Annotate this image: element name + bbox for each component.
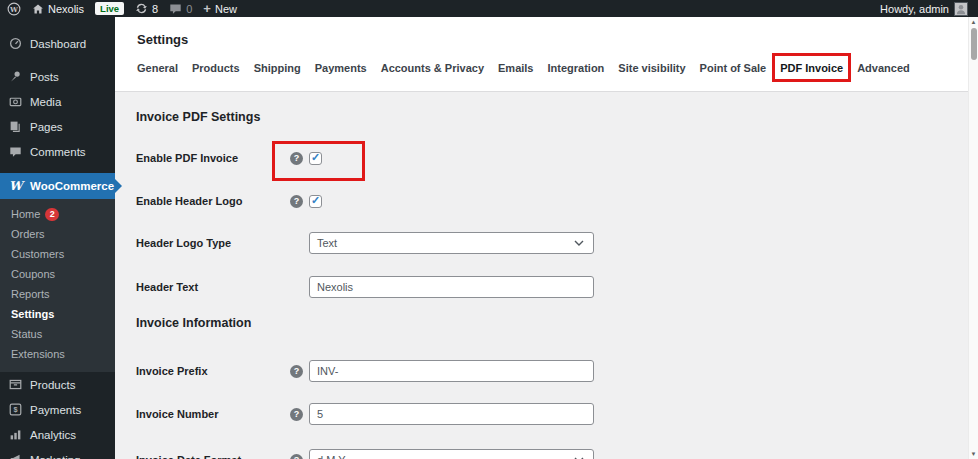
tab-pdf-invoice[interactable]: PDF Invoice <box>780 62 843 74</box>
plus-icon: + <box>203 2 211 15</box>
check-icon: ✓ <box>311 195 320 206</box>
scroll-down-arrow[interactable]: ▼ <box>969 449 978 459</box>
sidebar-item-label: Marketing <box>30 454 81 459</box>
tab-site-visibility[interactable]: Site visibility <box>618 62 685 74</box>
submenu-item-orders[interactable]: Orders <box>0 224 115 244</box>
enable-header-logo-checkbox[interactable]: ✓ <box>309 195 322 208</box>
woocommerce-icon: W <box>9 179 22 193</box>
submenu-item-extensions[interactable]: Extensions <box>0 344 115 364</box>
payments-icon: $ <box>9 403 22 416</box>
submenu-label: Settings <box>11 304 54 324</box>
sidebar-item-comments[interactable]: Comments <box>0 139 115 164</box>
submenu-label: Extensions <box>11 344 65 364</box>
tab-shipping[interactable]: Shipping <box>254 62 301 74</box>
comments-menu[interactable]: 0 <box>169 0 192 17</box>
home-icon <box>32 3 44 15</box>
sidebar-item-payments[interactable]: $ Payments <box>0 397 115 422</box>
submenu-item-status[interactable]: Status <box>0 324 115 344</box>
howdy-text: Howdy, admin <box>880 3 949 15</box>
field-label: Enable PDF Invoice <box>136 152 290 164</box>
updates-icon <box>135 2 148 15</box>
sidebar-item-pages[interactable]: Pages <box>0 114 115 139</box>
help-icon[interactable]: ? <box>290 195 303 208</box>
menu-separator <box>0 56 115 64</box>
help-icon[interactable]: ? <box>290 152 303 165</box>
sidebar-item-marketing[interactable]: Marketing <box>0 447 115 459</box>
pushpin-icon <box>9 70 22 83</box>
user-silhouette-icon <box>955 3 967 15</box>
field-label: Header Text <box>136 281 290 293</box>
live-badge: Live <box>95 2 124 15</box>
row-enable-header-logo: Enable Header Logo ? ✓ <box>136 190 978 212</box>
notification-badge: 2 <box>45 208 59 221</box>
invoice-prefix-input[interactable] <box>309 360 594 382</box>
sidebar-item-products[interactable]: Products <box>0 372 115 397</box>
sidebar-item-label: Posts <box>30 71 59 83</box>
help-icon[interactable]: ? <box>290 408 303 421</box>
tab-label: PDF Invoice <box>780 62 843 74</box>
updates-menu[interactable]: 8 <box>135 0 158 17</box>
field-label: Invoice Date Format <box>136 454 290 459</box>
scroll-thumb[interactable] <box>971 28 977 60</box>
settings-form: Invoice PDF Settings Enable PDF Invoice … <box>115 92 978 459</box>
sidebar-item-label: Comments <box>30 146 86 158</box>
submenu-item-coupons[interactable]: Coupons <box>0 264 115 284</box>
header-text-input[interactable] <box>309 276 594 298</box>
tab-payments[interactable]: Payments <box>315 62 367 74</box>
help-icon[interactable]: ? <box>290 365 303 378</box>
submenu-item-reports[interactable]: Reports <box>0 284 115 304</box>
svg-text:$: $ <box>13 405 17 414</box>
tab-emails[interactable]: Emails <box>498 62 533 74</box>
marketing-icon <box>9 453 22 459</box>
sidebar-item-posts[interactable]: Posts <box>0 64 115 89</box>
tab-accounts-privacy[interactable]: Accounts & Privacy <box>381 62 484 74</box>
page-title: Settings <box>137 32 978 47</box>
new-content-menu[interactable]: + New <box>203 0 237 17</box>
scroll-up-arrow[interactable]: ▲ <box>969 17 978 27</box>
tab-point-of-sale[interactable]: Point of Sale <box>700 62 767 74</box>
help-icon[interactable]: ? <box>290 454 303 459</box>
invoice-date-format-select[interactable]: d M Y <box>309 449 594 459</box>
invoice-number-input[interactable] <box>309 403 594 425</box>
tab-general[interactable]: General <box>137 62 178 74</box>
main-content: Settings General Products Shipping Payme… <box>115 17 978 459</box>
chevron-down-icon <box>574 240 584 246</box>
sidebar-item-analytics[interactable]: Analytics <box>0 422 115 447</box>
current-menu-arrow <box>115 179 122 193</box>
sidebar-item-label: Pages <box>30 121 63 133</box>
select-value: Text <box>317 237 337 249</box>
account-menu[interactable]: Howdy, admin <box>880 2 968 16</box>
tab-integration[interactable]: Integration <box>547 62 604 74</box>
wp-logo-menu[interactable]: W <box>7 0 21 17</box>
row-invoice-prefix: Invoice Prefix ? <box>136 360 978 382</box>
sidebar-item-media[interactable]: Media <box>0 89 115 114</box>
row-header-logo-type: Header Logo Type Text <box>136 232 978 254</box>
products-icon <box>9 378 22 391</box>
enable-pdf-invoice-checkbox[interactable]: ✓ <box>309 152 322 165</box>
row-enable-pdf-invoice: Enable PDF Invoice ? ✓ <box>136 147 978 169</box>
submenu-item-customers[interactable]: Customers <box>0 244 115 264</box>
admin-bar: W Nexolis Live 8 0 + New <box>0 0 978 17</box>
submenu-item-home[interactable]: Home 2 <box>0 204 115 224</box>
row-invoice-date-format: Invoice Date Format ? d M Y <box>136 449 978 459</box>
site-name-menu[interactable]: Nexolis <box>32 0 84 17</box>
field-label: Invoice Prefix <box>136 365 290 377</box>
header-logo-type-select[interactable]: Text <box>309 232 594 254</box>
wordpress-logo-icon: W <box>7 2 21 16</box>
tab-advanced[interactable]: Advanced <box>857 62 910 74</box>
sidebar-item-woocommerce[interactable]: W WooCommerce <box>0 173 115 199</box>
scrollbar[interactable]: ▲ ▼ <box>968 17 978 459</box>
sidebar-item-dashboard[interactable]: Dashboard <box>0 31 115 56</box>
row-invoice-number: Invoice Number ? <box>136 403 978 425</box>
submenu-label: Status <box>11 324 42 344</box>
wordpress-admin-screen: W Nexolis Live 8 0 + New <box>0 0 978 459</box>
comment-count: 0 <box>186 3 192 15</box>
section-heading-invoice-pdf: Invoice PDF Settings <box>136 110 978 125</box>
site-name: Nexolis <box>48 3 84 15</box>
sidebar-item-label: Dashboard <box>30 38 86 50</box>
comment-icon <box>169 3 182 15</box>
tab-products[interactable]: Products <box>192 62 240 74</box>
submenu-item-settings[interactable]: Settings <box>0 304 115 324</box>
media-icon <box>9 95 22 108</box>
section-heading-invoice-info: Invoice Information <box>136 316 978 331</box>
